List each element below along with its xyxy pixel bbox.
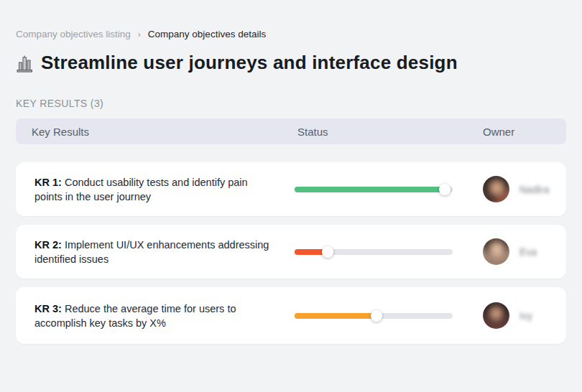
column-header-owner: Owner [483, 126, 566, 138]
progress-knob[interactable] [322, 246, 333, 258]
kr3-label: KR 3: [34, 303, 62, 314]
key-results-section-label: KEY RESULTS (3) [0, 74, 582, 109]
page-title: Streamline user journeys and interface d… [41, 52, 458, 74]
table-row-kr2[interactable]: KR 2: Implement UI/UX enhancements addre… [16, 225, 566, 279]
key-results-rows: KR 1: Conduct usability tests and identi… [16, 162, 566, 344]
owner-name: Nadira [519, 184, 549, 195]
table-row-kr1[interactable]: KR 1: Conduct usability tests and identi… [16, 162, 566, 216]
breadcrumb-current-objectives-details: Company objectives details [148, 29, 266, 39]
kr1-status-cell [295, 184, 483, 195]
kr1-label: KR 1: [34, 177, 62, 188]
owner-name: Ivy [519, 310, 532, 322]
progress-fill [295, 313, 377, 319]
avatar [483, 302, 509, 329]
kr3-status-cell [295, 310, 483, 322]
kr3-progress-slider[interactable] [295, 310, 453, 322]
objective-details-page: Company objectives listing › Company obj… [0, 0, 582, 392]
kr2-status-cell [295, 246, 483, 258]
avatar-photo [483, 302, 509, 329]
page-title-row: Streamline user journeys and interface d… [0, 39, 582, 74]
kr1-owner-cell: Nadira [483, 176, 566, 202]
column-header-status: Status [295, 126, 483, 138]
column-header-key-results: Key Results [16, 126, 295, 138]
kr2-description-text: Implement UI/UX enhancements addressing … [34, 239, 269, 265]
owner-name: Eva [519, 246, 537, 258]
kr1-progress-slider[interactable] [295, 184, 453, 195]
progress-knob[interactable] [439, 184, 451, 195]
key-results-table: Key Results Status Owner KR 1: Conduct u… [0, 118, 582, 344]
kr2-description: KR 2: Implement UI/UX enhancements addre… [16, 228, 283, 276]
table-row-kr3[interactable]: KR 3: Reduce the average time for users … [16, 287, 566, 344]
kr3-description-text: Reduce the average time for users to acc… [34, 303, 236, 329]
avatar [483, 176, 509, 202]
table-header-row: Key Results Status Owner [16, 118, 566, 144]
breadcrumb-link-objectives-listing[interactable]: Company objectives listing [16, 29, 131, 39]
kr2-label: KR 2: [34, 239, 62, 251]
chevron-right-icon: › [138, 29, 141, 39]
kr3-owner-cell: Ivy [483, 302, 566, 329]
kr1-description-text: Conduct usability tests and identify pai… [34, 177, 248, 202]
avatar-photo [483, 238, 509, 265]
progress-knob[interactable] [371, 310, 382, 322]
kr1-description: KR 1: Conduct usability tests and identi… [16, 165, 283, 214]
buildings-icon [16, 55, 33, 73]
kr2-owner-cell: Eva [483, 238, 566, 265]
progress-fill [295, 187, 445, 192]
kr2-progress-slider[interactable] [295, 246, 453, 258]
breadcrumb: Company objectives listing › Company obj… [0, 0, 582, 39]
avatar-photo [483, 176, 509, 202]
avatar [483, 238, 509, 265]
kr3-description: KR 3: Reduce the average time for users … [16, 291, 283, 340]
